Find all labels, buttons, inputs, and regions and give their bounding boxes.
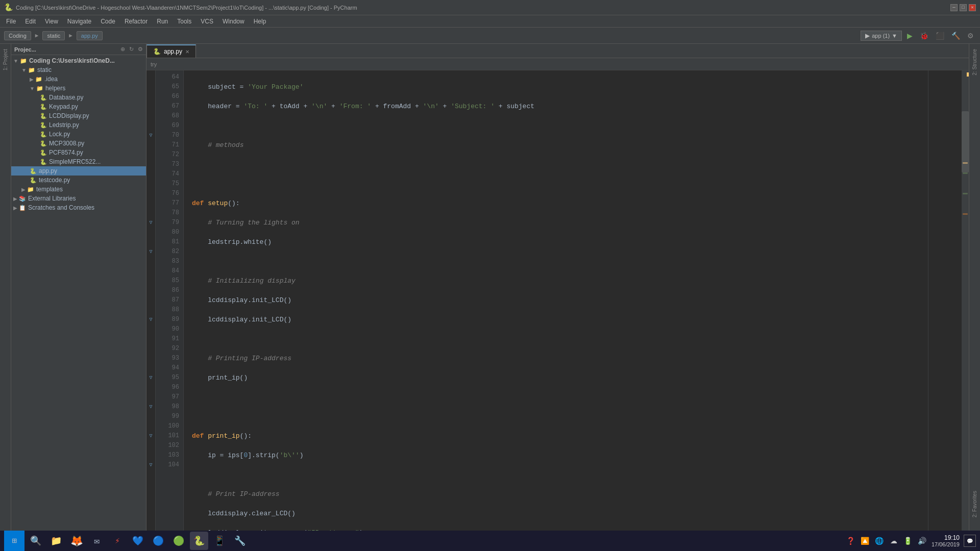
start-button[interactable]: ⊞ (4, 531, 24, 551)
menu-view[interactable]: View (41, 17, 62, 26)
tree-item-apppy[interactable]: 🐍 app.py (11, 166, 146, 176)
tree-item-database[interactable]: 🐍 Database.py (11, 93, 146, 102)
build-button[interactable]: 🔨 (949, 31, 962, 41)
code-line-77 (192, 334, 928, 344)
taskbar-notification[interactable]: 💬 (964, 535, 976, 547)
code-line-67: # methods (192, 140, 928, 150)
tree-item-coding[interactable]: ▼ 📁 Coding C:\Users\kirst\OneD... (11, 56, 146, 65)
menu-tools[interactable]: Tools (173, 17, 195, 26)
menu-edit[interactable]: Edit (21, 17, 40, 26)
breadcrumb-text: try (151, 61, 157, 67)
code-line-85: # Print IP-address (192, 489, 928, 499)
menu-run[interactable]: Run (153, 17, 172, 26)
title-bar-left: 🐍 Coding [C:\Users\kirst\OneDrive - Hoge… (4, 3, 357, 12)
code-line-76: lcddisplay.init_LCD() (192, 315, 928, 324)
sidebar-icon-sync[interactable]: ↻ (129, 46, 134, 53)
code-line-84 (192, 470, 928, 480)
taskbar-chevron[interactable]: 🔼 (860, 536, 870, 546)
structure-tab[interactable]: 2: Structure (971, 46, 978, 79)
close-button[interactable]: ✕ (969, 4, 976, 11)
taskbar-mail[interactable]: ✉ (88, 532, 106, 550)
menu-help[interactable]: Help (250, 17, 271, 26)
tree-item-keypad[interactable]: 🐍 Keypad.py (11, 102, 146, 111)
app-icon: 🐍 (4, 3, 13, 12)
code-content[interactable]: subject = 'Your Package' header = 'To: '… (184, 70, 928, 531)
tree-item-idea[interactable]: ▶ 📁 .idea (11, 74, 146, 84)
menu-file[interactable]: File (2, 17, 20, 26)
tab-label: app.py (164, 48, 182, 55)
taskbar-wifi: ❓ (846, 536, 856, 546)
tree-item-lock[interactable]: 🐍 Lock.py (11, 130, 146, 139)
breadcrumb: try (146, 58, 969, 70)
code-line-83: ip = ips[0].strip('b\'') (192, 450, 928, 460)
menu-code[interactable]: Code (96, 17, 119, 26)
code-line-78: # Printing IP-address (192, 354, 928, 363)
tree-item-pcf8574[interactable]: 🐍 PCF8574.py (11, 148, 146, 157)
run-dropdown-arrow: ▼ (892, 33, 897, 39)
sidebar-header: Projec... ⊕ ↻ ⚙ (11, 44, 146, 55)
tree-item-testcode[interactable]: 🐍 testcode.py (11, 176, 146, 185)
tree-item-helpers[interactable]: ▼ 📁 helpers (11, 84, 146, 93)
toolbar-file-btn[interactable]: app.py (77, 31, 103, 40)
main-content: 1: Project Projec... ⊕ ↻ ⚙ ▼ 📁 Coding C:… (0, 44, 980, 531)
editor-area: 🐍 app.py ✕ try ▽ (146, 44, 969, 531)
tree-item-scratches[interactable]: ▶ 📋 Scratches and Consoles (11, 203, 146, 212)
menu-refactor[interactable]: Refactor (120, 17, 152, 26)
code-line-68 (192, 160, 928, 169)
project-tab[interactable]: 1: Project (2, 46, 9, 73)
taskbar-explorer[interactable]: 📁 (47, 532, 65, 550)
code-editor[interactable]: ▽ ▽ ▽ ▽ (146, 70, 969, 531)
toolbar-static-btn[interactable]: static (42, 31, 65, 40)
taskbar-green-app[interactable]: 🟢 (169, 532, 188, 550)
menu-vcs[interactable]: VCS (197, 17, 217, 26)
taskbar-pycharm[interactable]: 🐍 (190, 532, 208, 550)
menu-window[interactable]: Window (218, 17, 249, 26)
minimize-button[interactable]: ─ (950, 4, 958, 11)
taskbar: ⊞ 🔍 📁 🦊 ✉ ⚡ 💙 🔵 🟢 🐍 📱 🔧 ❓ 🔼 🌐 ☁ 🔋 🔊 19:1… (0, 531, 980, 551)
code-line-69 (192, 179, 928, 189)
right-vertical-tabs: 2: Structure 2: Favorites (969, 44, 980, 531)
tree-item-lcddisplay[interactable]: 🐍 LCDDisplay.py (11, 111, 146, 120)
editor-tab-bar: 🐍 app.py ✕ (146, 44, 969, 58)
taskbar-blue-app[interactable]: 🔵 (149, 532, 167, 550)
menu-navigate[interactable]: Navigate (63, 17, 95, 26)
maximize-button[interactable]: □ (960, 4, 967, 11)
tab-close-icon[interactable]: ✕ (185, 49, 189, 55)
tree-item-ledstrip[interactable]: 🐍 Ledstrip.py (11, 120, 146, 130)
taskbar-right: ❓ 🔼 🌐 ☁ 🔋 🔊 19:10 17/06/2019 💬 (846, 534, 976, 547)
toolbar-coding-btn[interactable]: Coding (4, 31, 31, 40)
tree-item-simplemfrc[interactable]: 🐍 SimpleMFRC522... (11, 157, 146, 166)
sidebar-icon-add[interactable]: ⊕ (120, 46, 125, 53)
taskbar-battery: 🔋 (903, 536, 913, 546)
settings-button[interactable]: ⚙ (965, 31, 976, 41)
debug-button[interactable]: 🐞 (918, 31, 930, 41)
stop-button[interactable]: ⬛ (934, 31, 946, 41)
run-controls: ▶ app (1) ▼ ▶ 🐞 ⬛ 🔨 ⚙ (861, 31, 976, 41)
taskbar-tool[interactable]: 🔧 (231, 532, 249, 550)
tree-item-templates[interactable]: ▶ 📁 templates (11, 185, 146, 194)
title-bar-controls: ─ □ ✕ (950, 4, 976, 11)
run-config-selector[interactable]: ▶ app (1) ▼ (861, 31, 902, 41)
tree-item-external-libs[interactable]: ▶ 📚 External Libraries (11, 194, 146, 203)
sidebar-icon-gear[interactable]: ⚙ (138, 46, 143, 53)
taskbar-phone[interactable]: 📱 (210, 532, 229, 550)
code-line-75: lcddisplay.init_LCD() (192, 295, 928, 305)
taskbar-volume[interactable]: 🔊 (917, 536, 927, 546)
taskbar-filezilla[interactable]: ⚡ (108, 532, 127, 550)
taskbar-firefox[interactable]: 🦊 (67, 532, 86, 550)
menu-bar: File Edit View Navigate Code Refactor Ru… (0, 15, 980, 28)
title-bar: 🐍 Coding [C:\Users\kirst\OneDrive - Hoge… (0, 0, 980, 15)
taskbar-network: 🌐 (874, 536, 885, 546)
favorites-tab[interactable]: 2: Favorites (971, 488, 978, 520)
taskbar-date: 17/06/2019 (932, 541, 960, 547)
code-line-70: def setup(): (192, 198, 928, 208)
tab-apppy[interactable]: 🐍 app.py ✕ (146, 44, 196, 58)
tree-item-mcp3008[interactable]: 🐍 MCP3008.py (11, 139, 146, 148)
tree-item-static[interactable]: ▼ 📁 static (11, 65, 146, 74)
run-button[interactable]: ▶ (905, 31, 915, 41)
sidebar: Projec... ⊕ ↻ ⚙ ▼ 📁 Coding C:\Users\kirs… (11, 44, 146, 531)
taskbar-search[interactable]: 🔍 (27, 532, 45, 550)
minimap-scrollbar[interactable] (928, 70, 969, 531)
taskbar-vscode[interactable]: 💙 (129, 532, 147, 550)
taskbar-clock[interactable]: 19:10 17/06/2019 (932, 534, 960, 547)
